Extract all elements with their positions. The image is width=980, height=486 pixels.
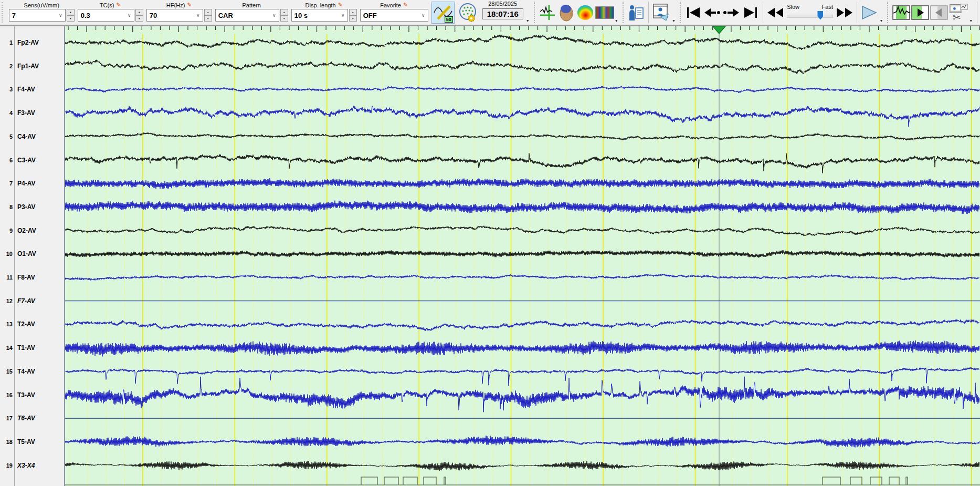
video-scissors-icon: ✂	[949, 3, 968, 23]
channel-row[interactable]: 2Fp1-AV	[0, 62, 39, 70]
page-forward-button[interactable]	[722, 3, 741, 23]
trend-view-button[interactable]	[891, 3, 910, 23]
channel-number: 15	[0, 368, 13, 375]
channel-row[interactable]: 4F3-AV	[0, 109, 35, 117]
eeg-trace-canvas[interactable]	[65, 25, 980, 486]
video-dropdown-arrow[interactable]: ▼	[672, 19, 676, 23]
separator	[977, 2, 977, 23]
hf-down-button[interactable]: ▼	[204, 15, 212, 22]
electrode-settings-button[interactable]	[457, 2, 478, 23]
channel-label: O1-AV	[17, 250, 36, 257]
edit-pencil-icon[interactable]: ✎	[187, 2, 192, 8]
spectrogram-view-button[interactable]	[595, 3, 614, 23]
channel-label: T5-AV	[17, 438, 35, 446]
trend-dropdown-arrow[interactable]: ▼	[969, 19, 973, 23]
dot-arrow-right-icon	[722, 7, 740, 18]
channel-row[interactable]: 5C4-AV	[0, 132, 36, 141]
fast-forward-button[interactable]	[835, 3, 854, 23]
video-icon	[651, 3, 671, 22]
speed-slider-track[interactable]	[787, 15, 833, 18]
video-cut-button[interactable]: ✂	[949, 3, 968, 23]
channel-row[interactable]: 15T4-AV	[0, 367, 35, 376]
views-dropdown-arrow[interactable]: ▼	[615, 19, 618, 23]
channel-row[interactable]: 1Fp2-AV	[0, 38, 39, 47]
favorite-combobox[interactable]: OFF∨	[360, 9, 428, 22]
displength-down-button[interactable]: ▼	[349, 15, 357, 22]
go-last-button[interactable]	[741, 3, 760, 23]
play-button[interactable]	[860, 3, 879, 23]
channel-number: 19	[0, 462, 13, 469]
page-back-button[interactable]	[703, 3, 722, 23]
tc-up-button[interactable]: ▲	[135, 9, 143, 15]
datetime-display: 28/05/2025 18:07:16	[482, 1, 523, 25]
channel-row[interactable]: 6C3-AV	[0, 156, 36, 164]
channel-label: C4-AV	[17, 133, 36, 140]
toolbar-grip[interactable]	[2, 2, 6, 23]
channel-row[interactable]: 14T1-AV	[0, 344, 35, 352]
rewind-button[interactable]	[766, 3, 785, 23]
video-button[interactable]	[651, 3, 671, 23]
channel-row[interactable]: 12F7-AV	[0, 297, 35, 305]
head-3d-view-button[interactable]	[557, 3, 576, 23]
skip-end-icon	[743, 6, 758, 19]
displength-combobox[interactable]: 10 s∨	[291, 9, 348, 22]
edit-pencil-icon[interactable]: ✎	[116, 2, 121, 8]
pattern-up-button[interactable]: ▲	[280, 9, 288, 15]
channel-number: 9	[0, 228, 13, 234]
displength-up-button[interactable]: ▲	[349, 9, 357, 15]
sens-up-button[interactable]: ▲	[67, 9, 75, 15]
chevron-down-icon: ∨	[421, 13, 425, 18]
channel-label: X3-X4	[17, 462, 35, 469]
channel-label: Fp1-AV	[17, 63, 39, 70]
fast-backward-icon	[766, 7, 784, 18]
topography-view-button[interactable]	[576, 3, 595, 23]
eeg-trace-view-button[interactable]	[538, 3, 557, 23]
go-first-button[interactable]	[684, 3, 703, 23]
tc-down-button[interactable]: ▼	[135, 15, 143, 22]
time-display[interactable]: 18:07:16	[482, 8, 523, 19]
datetime-dropdown-arrow[interactable]: ▼	[526, 19, 530, 23]
sens-down-button[interactable]: ▼	[67, 15, 75, 22]
channel-label: T3-AV	[17, 391, 35, 399]
main-toolbar: Sens(uV/mm) 7∨ ▲▼ TC(s)✎ 0.3∨ ▲▼ HF(Hz)✎…	[0, 0, 980, 25]
patient-info-button[interactable]	[627, 3, 646, 23]
pattern-down-button[interactable]: ▼	[280, 15, 288, 22]
channel-row[interactable]: 8P3-AV	[0, 203, 35, 211]
channel-row[interactable]: 17T6-AV	[0, 414, 35, 422]
sens-combobox[interactable]: 7∨	[9, 9, 66, 22]
slow-label: Slow	[787, 4, 799, 10]
channel-row[interactable]: 10O1-AV	[0, 250, 36, 258]
channel-number: 17	[0, 415, 13, 421]
svg-text:✂: ✂	[953, 12, 961, 23]
play-dropdown-arrow[interactable]: ▼	[879, 19, 883, 23]
channel-number: 13	[0, 321, 13, 327]
channel-row[interactable]: 3F4-AV	[0, 85, 35, 94]
channel-row[interactable]: 16T3-AV	[0, 391, 35, 399]
displength-label: Disp. length	[305, 2, 336, 8]
channel-number: 5	[0, 133, 13, 140]
channel-number: 7	[0, 180, 13, 187]
edit-pencil-icon[interactable]: ✎	[338, 2, 343, 8]
spectrogram-icon	[595, 6, 614, 19]
field-pattern: Pattern CAR∨ ▲▼	[215, 1, 288, 25]
electrode-head-gear-icon	[457, 2, 478, 23]
hf-up-button[interactable]: ▲	[204, 9, 212, 15]
channel-row[interactable]: 7P4-AV	[0, 179, 35, 188]
notch-filter-button[interactable]: 50	[431, 2, 455, 24]
trend-back-icon	[930, 4, 949, 22]
speed-slider-thumb[interactable]	[817, 11, 823, 20]
channel-row[interactable]: 18T5-AV	[0, 438, 35, 446]
fast-label: Fast	[822, 4, 833, 10]
trend-play-button[interactable]	[911, 3, 930, 23]
pattern-combobox[interactable]: CAR∨	[215, 9, 279, 22]
date-label: 28/05/2025	[488, 1, 517, 8]
tc-combobox[interactable]: 0.3∨	[78, 9, 134, 22]
hf-combobox[interactable]: 70∨	[146, 9, 203, 22]
channel-number: 3	[0, 86, 13, 92]
channel-row[interactable]: 19X3-X4	[0, 461, 35, 470]
edit-pencil-icon[interactable]: ✎	[403, 2, 408, 8]
channel-row[interactable]: 13T2-AV	[0, 320, 35, 328]
channel-row[interactable]: 11F8-AV	[0, 273, 35, 282]
channel-row[interactable]: 9O2-AV	[0, 226, 36, 235]
channel-number: 11	[0, 274, 13, 281]
